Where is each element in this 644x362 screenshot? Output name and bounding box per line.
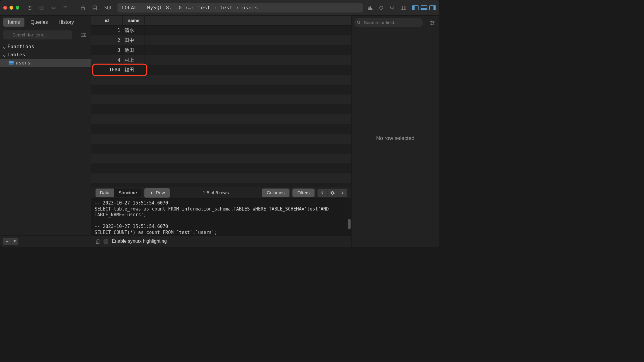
lock-icon[interactable] bbox=[78, 3, 87, 12]
next-page-button[interactable] bbox=[337, 189, 347, 197]
svg-point-26 bbox=[84, 35, 85, 36]
no-row-selected-label: No row selected bbox=[352, 30, 439, 247]
tree-section-tables[interactable]: ⌄ Tables bbox=[0, 51, 91, 59]
svg-point-10 bbox=[93, 6, 96, 7]
cell-name[interactable]: 清水 bbox=[122, 26, 145, 36]
left-panel-toggle[interactable] bbox=[412, 5, 419, 10]
table-row[interactable]: 1清水 bbox=[91, 26, 351, 36]
gear-icon[interactable] bbox=[327, 189, 337, 197]
lines-icon[interactable] bbox=[61, 3, 70, 12]
search-icon[interactable] bbox=[388, 3, 397, 12]
add-row-button[interactable]: ＋ Row bbox=[144, 188, 170, 197]
tab-data[interactable]: Data bbox=[95, 189, 114, 197]
tree-item-users[interactable]: users bbox=[0, 59, 91, 67]
maximize-window-button[interactable] bbox=[16, 6, 19, 9]
window-controls bbox=[3, 6, 19, 9]
log-footer: Enable syntax highlighting bbox=[91, 236, 351, 247]
trash-icon[interactable] bbox=[95, 239, 100, 244]
center-content: id name 1清水2田中3池田4村上1684福田 Data Structur… bbox=[91, 16, 351, 247]
right-panel-toggle[interactable] bbox=[429, 5, 436, 10]
power-icon[interactable] bbox=[25, 3, 34, 12]
chevron-down-icon: ⌄ bbox=[2, 44, 6, 49]
tab-structure[interactable]: Structure bbox=[114, 189, 141, 197]
svg-point-5 bbox=[53, 7, 54, 8]
plus-icon: ＋ bbox=[149, 190, 154, 196]
eye-icon[interactable] bbox=[49, 3, 58, 12]
field-search-input[interactable] bbox=[354, 18, 423, 27]
syntax-highlight-label: Enable syntax highlighting bbox=[112, 239, 167, 244]
table-row[interactable] bbox=[91, 114, 351, 124]
svg-line-17 bbox=[393, 8, 394, 10]
cell-id[interactable]: 1684 bbox=[91, 65, 123, 75]
divider bbox=[74, 5, 74, 11]
columns-icon[interactable] bbox=[399, 3, 408, 12]
tree-section-functions[interactable]: ⌄ Functions bbox=[0, 42, 91, 50]
table-row[interactable] bbox=[91, 154, 351, 164]
cell-id[interactable]: 1 bbox=[91, 26, 123, 36]
table-row[interactable]: 1684福田 bbox=[91, 65, 351, 75]
chart-icon[interactable] bbox=[366, 3, 375, 12]
cell-id[interactable]: 2 bbox=[91, 35, 123, 45]
table-row[interactable]: 4村上 bbox=[91, 55, 351, 65]
cell-name[interactable]: 池田 bbox=[122, 45, 145, 55]
minimize-window-button[interactable] bbox=[9, 6, 13, 9]
columns-button[interactable]: Columns bbox=[262, 189, 289, 197]
table-row[interactable] bbox=[91, 164, 351, 173]
cell-name[interactable]: 村上 bbox=[122, 55, 145, 65]
cell-name[interactable]: 田中 bbox=[122, 35, 145, 45]
table-body[interactable]: 1清水2田中3池田4村上1684福田 bbox=[91, 26, 351, 187]
bottom-panel-toggle[interactable] bbox=[421, 5, 427, 10]
svg-rect-13 bbox=[369, 8, 370, 10]
svg-rect-15 bbox=[371, 8, 372, 9]
add-row-label: Row bbox=[156, 190, 165, 195]
table-row[interactable] bbox=[91, 144, 351, 154]
tree-item-label: users bbox=[16, 60, 30, 66]
rows-status: 1-5 of 5 rows bbox=[203, 190, 229, 195]
column-header-name[interactable]: name bbox=[122, 16, 145, 25]
sidebar-search-input[interactable] bbox=[3, 30, 72, 39]
table-row[interactable] bbox=[91, 75, 351, 85]
cell-id[interactable]: 4 bbox=[91, 55, 123, 65]
svg-point-35 bbox=[431, 21, 431, 22]
syntax-highlight-checkbox[interactable] bbox=[104, 239, 108, 244]
cell-id[interactable]: 3 bbox=[91, 45, 123, 55]
filters-button[interactable]: Filters bbox=[292, 189, 315, 197]
table-row[interactable] bbox=[91, 85, 351, 95]
table-row[interactable] bbox=[91, 104, 351, 114]
sql-log: -- 2023-10-27 15:51:54.6070 SELECT table… bbox=[91, 198, 351, 236]
scroll-thumb[interactable] bbox=[348, 219, 351, 229]
table-row[interactable] bbox=[91, 95, 351, 105]
cell-name[interactable]: 福田 bbox=[122, 65, 145, 75]
titlebar: SQL LOCAL | MySQL 8.1.0 :…: test : test … bbox=[0, 0, 439, 16]
prev-page-button[interactable] bbox=[317, 189, 327, 197]
table-row[interactable] bbox=[91, 134, 351, 144]
svg-point-37 bbox=[433, 22, 434, 23]
table-row[interactable] bbox=[91, 124, 351, 134]
cancel-icon[interactable] bbox=[37, 3, 46, 12]
functions-label: Functions bbox=[8, 44, 34, 49]
close-window-button[interactable] bbox=[3, 6, 7, 9]
refresh-icon[interactable] bbox=[377, 3, 386, 12]
field-filter-icon[interactable] bbox=[428, 18, 436, 27]
tab-queries[interactable]: Queries bbox=[26, 18, 52, 27]
database-icon[interactable] bbox=[90, 3, 99, 12]
sql-log-text[interactable]: -- 2023-10-27 15:51:54.6070 SELECT table… bbox=[91, 198, 348, 235]
svg-point-32 bbox=[357, 21, 360, 23]
tab-history[interactable]: History bbox=[54, 18, 78, 27]
sql-log-scrollbar[interactable] bbox=[348, 198, 351, 235]
table-row[interactable]: 3池田 bbox=[91, 45, 351, 55]
svg-point-16 bbox=[390, 6, 393, 9]
search-icon bbox=[357, 20, 361, 25]
tab-items[interactable]: Items bbox=[3, 18, 24, 27]
sql-label[interactable]: SQL bbox=[102, 5, 115, 10]
table-row[interactable] bbox=[91, 173, 351, 183]
column-header-id[interactable]: id bbox=[91, 16, 123, 25]
chevron-down-icon: ⌄ bbox=[2, 52, 6, 58]
right-panel: No row selected bbox=[351, 16, 439, 247]
table-row[interactable]: 2田中 bbox=[91, 35, 351, 45]
table-icon bbox=[9, 61, 14, 65]
filter-settings-icon[interactable] bbox=[80, 31, 88, 39]
breadcrumb-bar[interactable]: LOCAL | MySQL 8.1.0 :…: test : test : us… bbox=[117, 3, 363, 12]
add-button[interactable]: ＋ bbox=[3, 238, 11, 245]
add-dropdown-button[interactable] bbox=[11, 238, 18, 245]
